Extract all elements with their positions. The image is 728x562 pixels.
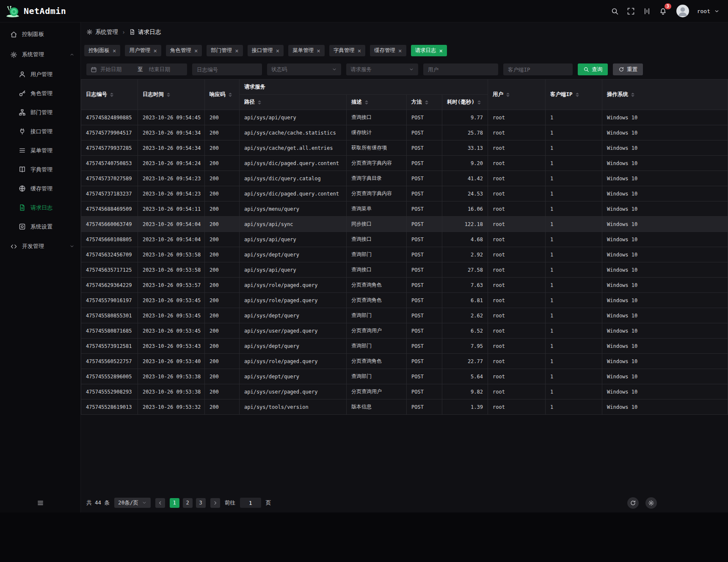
col-header-status[interactable]: 响应码: [205, 80, 240, 110]
sidebar-item-4[interactable]: 菜单管理: [0, 141, 80, 160]
sort-icon[interactable]: [576, 93, 579, 97]
col-header-path[interactable]: 路径: [240, 95, 347, 110]
sidebar-item-system[interactable]: 系统管理: [0, 44, 80, 65]
cell-path: api/sys/api/query: [240, 232, 347, 247]
close-icon[interactable]: ×: [358, 48, 361, 54]
layout-toggle-icon[interactable]: [643, 7, 651, 15]
table-row[interactable]: 4757455529082932023-10-26 09:53:38200api…: [81, 384, 728, 399]
tab-8[interactable]: 请求日志 ×: [411, 45, 447, 56]
close-icon[interactable]: ×: [276, 48, 279, 54]
page-size-select[interactable]: 20条/页: [114, 498, 151, 508]
sort-icon[interactable]: [506, 93, 510, 97]
query-button[interactable]: 查询: [578, 63, 608, 75]
reload-button[interactable]: [627, 497, 639, 509]
status-code-select[interactable]: 状态码: [267, 63, 341, 75]
table-row[interactable]: 4757458248908852023-10-26 09:54:45200api…: [81, 110, 728, 125]
close-icon[interactable]: ×: [235, 48, 238, 54]
col-header-user[interactable]: 用户: [488, 80, 546, 110]
sort-icon[interactable]: [167, 93, 170, 97]
reset-button[interactable]: 重置: [613, 63, 643, 75]
tab-2[interactable]: 角色管理 ×: [166, 45, 202, 56]
close-icon[interactable]: ×: [113, 48, 116, 54]
brand[interactable]: NetAdmin: [5, 3, 66, 19]
log-id-input[interactable]: [192, 63, 262, 75]
close-icon[interactable]: ×: [153, 48, 157, 54]
table-row[interactable]: 4757456600637492023-10-26 09:54:04200api…: [81, 217, 728, 232]
tab-1[interactable]: 用户管理 ×: [125, 45, 161, 56]
tab-6[interactable]: 字典管理 ×: [329, 45, 365, 56]
tab-7[interactable]: 缓存管理 ×: [370, 45, 406, 56]
fullscreen-icon[interactable]: [627, 7, 635, 15]
close-icon[interactable]: ×: [439, 48, 443, 54]
username[interactable]: root: [697, 8, 710, 14]
avatar[interactable]: [676, 5, 689, 17]
tab-5[interactable]: 菜单管理 ×: [288, 45, 324, 56]
col-header-log-id[interactable]: 日志编号: [81, 80, 138, 110]
col-header-log-time[interactable]: 日志时间: [138, 80, 205, 110]
table-row[interactable]: 4757457370275892023-10-26 09:54:23200api…: [81, 171, 728, 186]
table-row[interactable]: 4757457407508532023-10-26 09:54:24200api…: [81, 156, 728, 171]
close-icon[interactable]: ×: [398, 48, 402, 54]
goto-page-input[interactable]: [240, 498, 261, 508]
sidebar-collapse-button[interactable]: [37, 499, 44, 507]
next-page-button[interactable]: [210, 498, 220, 508]
table-row[interactable]: 4757456324567092023-10-26 09:53:58200api…: [81, 247, 728, 262]
table-row[interactable]: 4757457799372852023-10-26 09:54:34200api…: [81, 140, 728, 156]
sort-icon[interactable]: [477, 100, 481, 105]
chevron-down-icon[interactable]: [714, 8, 720, 14]
breadcrumb-item-system[interactable]: 系统管理: [86, 28, 118, 36]
cell-os: Windows 10: [602, 201, 728, 217]
notifications-button[interactable]: 3: [659, 7, 667, 15]
sidebar-item-2[interactable]: 部门管理: [0, 103, 80, 122]
search-icon[interactable]: [611, 7, 619, 15]
date-range-picker[interactable]: 开始日期 至 结束日期: [86, 63, 187, 75]
prev-page-button[interactable]: [155, 498, 165, 508]
breadcrumb-item-request-log[interactable]: 请求日志: [129, 28, 161, 36]
sidebar-item-0[interactable]: 用户管理: [0, 65, 80, 84]
col-header-elapsed[interactable]: 耗时(毫秒): [442, 95, 488, 110]
sidebar-item-8[interactable]: 系统设置: [0, 217, 80, 236]
sort-icon[interactable]: [425, 100, 428, 105]
sidebar-item-dashboard[interactable]: 控制面板: [0, 24, 80, 44]
table-row[interactable]: 4757455528960052023-10-26 09:53:38200api…: [81, 369, 728, 384]
table-row[interactable]: 4757456601088052023-10-26 09:54:04200api…: [81, 232, 728, 247]
sidebar-item-3[interactable]: 接口管理: [0, 122, 80, 141]
page-button-1[interactable]: 1: [170, 498, 179, 508]
sort-icon[interactable]: [258, 100, 261, 105]
table-row[interactable]: 4757457799045172023-10-26 09:54:34200api…: [81, 125, 728, 140]
sort-icon[interactable]: [365, 100, 368, 105]
settings-button[interactable]: [645, 497, 657, 509]
request-service-select[interactable]: 请求服务: [346, 63, 418, 75]
user-input[interactable]: [423, 63, 498, 75]
client-ip-input[interactable]: [503, 63, 573, 75]
col-header-os[interactable]: 操作系统: [602, 80, 728, 110]
sidebar-item-5[interactable]: 字典管理: [0, 160, 80, 179]
table-row[interactable]: 4757457371832372023-10-26 09:54:23200api…: [81, 186, 728, 201]
table-row[interactable]: 4757456293642292023-10-26 09:53:57200api…: [81, 278, 728, 293]
sidebar-item-6[interactable]: 缓存管理: [0, 179, 80, 198]
sidebar-item-dev[interactable]: 开发管理: [0, 236, 80, 256]
close-icon[interactable]: ×: [194, 48, 198, 54]
tab-3[interactable]: 部门管理 ×: [207, 45, 243, 56]
sidebar-item-1[interactable]: 角色管理: [0, 84, 80, 103]
page-button-3[interactable]: 3: [196, 498, 206, 508]
col-header-desc[interactable]: 描述: [347, 95, 407, 110]
sort-icon[interactable]: [631, 93, 634, 97]
table-row[interactable]: 4757456884695092023-10-26 09:54:11200api…: [81, 201, 728, 217]
table-row[interactable]: 4757455605227572023-10-26 09:53:40200api…: [81, 354, 728, 369]
table-row[interactable]: 4757455808553012023-10-26 09:53:45200api…: [81, 308, 728, 323]
col-header-client-ip[interactable]: 客户端IP: [546, 80, 602, 110]
tab-4[interactable]: 接口管理 ×: [248, 45, 284, 56]
table-row[interactable]: 4757455808716852023-10-26 09:53:45200api…: [81, 323, 728, 339]
table-row[interactable]: 4757455790161972023-10-26 09:53:45200api…: [81, 293, 728, 308]
sort-icon[interactable]: [229, 93, 232, 97]
sort-icon[interactable]: [110, 93, 113, 97]
col-header-method[interactable]: 方法: [407, 95, 442, 110]
tab-0[interactable]: 控制面板 ×: [84, 45, 120, 56]
sidebar-item-7[interactable]: 请求日志: [0, 198, 80, 217]
close-icon[interactable]: ×: [317, 48, 320, 54]
table-row[interactable]: 4757455286190132023-10-26 09:53:32200api…: [81, 399, 728, 415]
table-row[interactable]: 4757455739125812023-10-26 09:53:43200api…: [81, 339, 728, 354]
table-row[interactable]: 4757456357171252023-10-26 09:53:58200api…: [81, 262, 728, 278]
page-button-2[interactable]: 2: [183, 498, 193, 508]
